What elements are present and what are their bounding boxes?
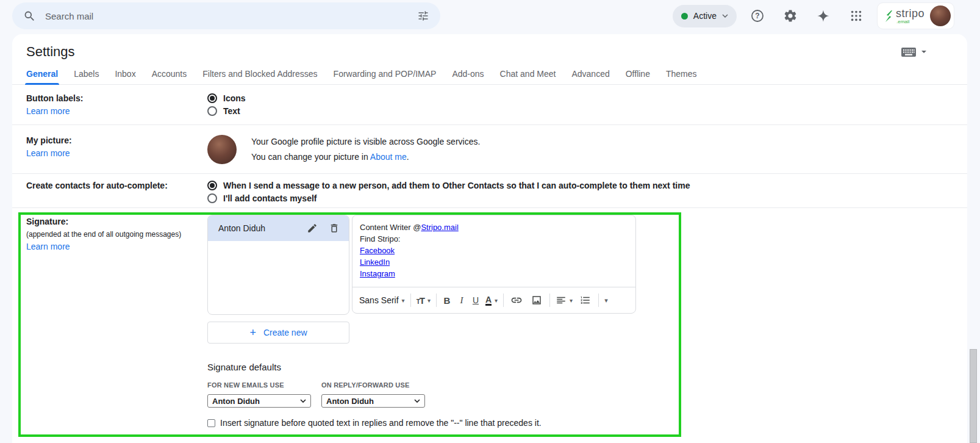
brand-name: stripo: [896, 7, 925, 20]
stripo-mail-link[interactable]: Stripo.mail: [421, 223, 458, 232]
create-new-signature-button[interactable]: + Create new: [207, 322, 349, 344]
apps-grid-icon[interactable]: [844, 4, 868, 28]
signature-label: Signature:: [26, 215, 207, 228]
tab-chat-and-meet[interactable]: Chat and Meet: [500, 69, 556, 84]
more-options-icon[interactable]: ▾: [604, 297, 608, 304]
align-selector[interactable]: ▾: [556, 295, 573, 306]
auto-complete-label: Create contacts for auto-complete:: [26, 179, 207, 192]
auto-add-radio[interactable]: [207, 181, 217, 190]
align-left-icon: [556, 295, 567, 306]
row-signature: Signature: (appended at the end of all o…: [12, 208, 967, 428]
help-icon[interactable]: ?: [745, 4, 770, 28]
brand-suffix: .email: [896, 20, 925, 24]
gemini-sparkle-icon[interactable]: [811, 4, 835, 28]
underline-button[interactable]: U: [471, 295, 480, 305]
facebook-link[interactable]: Facebook: [360, 246, 395, 255]
signature-name: Anton Diduh: [218, 223, 298, 233]
insert-link-icon[interactable]: [509, 293, 524, 308]
option-text: Text: [207, 105, 967, 117]
toolbar-divider: [410, 294, 411, 307]
profile-picture-text: Your Google profile picture is visible a…: [251, 134, 480, 165]
my-picture-learn-more-link[interactable]: Learn more: [26, 147, 70, 159]
tab-offline[interactable]: Offline: [626, 69, 650, 84]
stripo-logo: stripo .email: [885, 8, 925, 24]
toolbar-divider: [436, 294, 437, 307]
auto-add-radio-label: When I send a message to a new person, a…: [223, 181, 690, 190]
toolbar-divider: [598, 294, 599, 307]
input-method-selector[interactable]: [901, 47, 927, 57]
on-reply-label: ON REPLY/FORWARD USE: [321, 381, 435, 389]
linkedin-link[interactable]: LinkedIn: [360, 258, 390, 267]
tab-filters-blocked[interactable]: Filters and Blocked Addresses: [202, 69, 317, 84]
button-labels-label: Button labels:: [26, 92, 207, 104]
font-family-selector[interactable]: Sans Serif ▾: [359, 295, 405, 305]
signature-list: Anton Diduh: [207, 215, 349, 315]
tab-general[interactable]: General: [26, 69, 58, 84]
stripo-account-pill[interactable]: stripo .email: [877, 2, 954, 29]
tab-advanced[interactable]: Advanced: [571, 69, 609, 84]
signature-list-item[interactable]: Anton Diduh: [208, 215, 349, 241]
auto-complete-label-col: Create contacts for auto-complete:: [12, 174, 207, 207]
chevron-down-icon: [722, 14, 728, 18]
italic-button[interactable]: I: [457, 295, 466, 306]
icons-radio[interactable]: [207, 93, 217, 103]
signature-content-col: Anton Diduh Content Wr: [207, 208, 967, 428]
tab-labels[interactable]: Labels: [74, 69, 99, 84]
profile-picture[interactable]: [207, 135, 237, 164]
search-filters-icon[interactable]: [416, 9, 431, 23]
instagram-link[interactable]: Instagram: [360, 269, 395, 278]
toolbar-divider: [549, 294, 550, 307]
search-input[interactable]: [44, 10, 409, 22]
top-bar: Active ? stripo .email: [0, 0, 980, 32]
signature-editor-toolbar: Sans Serif ▾ TT ▾ B I: [352, 287, 635, 313]
chevron-down-icon: ▾: [427, 297, 431, 304]
my-picture-label: My picture:: [26, 134, 207, 146]
tab-inbox[interactable]: Inbox: [115, 69, 135, 84]
new-emails-signature-select[interactable]: Anton Diduh: [207, 394, 311, 408]
tab-themes[interactable]: Themes: [666, 69, 697, 84]
signature-line-1: Content Writer @Stripo.mail: [360, 222, 628, 233]
on-reply-col: ON REPLY/FORWARD USE Anton Diduh: [321, 381, 435, 408]
status-active-dot: [681, 13, 688, 20]
numbered-list-icon[interactable]: [578, 293, 593, 308]
status-selector[interactable]: Active: [673, 5, 737, 27]
font-size-selector[interactable]: TT ▾: [417, 295, 431, 306]
row-auto-complete: Create contacts for auto-complete: When …: [12, 174, 967, 208]
bold-button[interactable]: B: [442, 295, 452, 306]
insert-signature-checkbox[interactable]: [207, 419, 215, 427]
auto-complete-options: When I send a message to a new person, a…: [207, 174, 967, 207]
delete-signature-icon[interactable]: [327, 221, 342, 236]
settings-gear-icon[interactable]: [778, 4, 803, 28]
tab-forwarding-pop-imap[interactable]: Forwarding and POP/IMAP: [334, 69, 437, 84]
signature-learn-more-link[interactable]: Learn more: [26, 240, 70, 253]
profile-picture-line1: Your Google profile picture is visible a…: [251, 134, 480, 149]
reply-forward-signature-select[interactable]: Anton Diduh: [321, 394, 425, 408]
signature-editor: Content Writer @Stripo.mail Find Stripo:…: [352, 215, 636, 314]
search-bar[interactable]: [12, 2, 440, 29]
button-labels-learn-more-link[interactable]: Learn more: [26, 105, 70, 117]
vertical-scrollbar[interactable]: [970, 349, 977, 443]
tab-add-ons[interactable]: Add-ons: [452, 69, 484, 84]
insert-image-icon[interactable]: [529, 293, 544, 308]
text-color-button[interactable]: A ▾: [485, 295, 498, 306]
signature-editor-content[interactable]: Content Writer @Stripo.mail Find Stripo:…: [352, 215, 635, 287]
insert-signature-option: Insert signature before quoted text in r…: [207, 418, 967, 428]
toolbar-divider: [503, 294, 504, 307]
icons-radio-label: Icons: [223, 93, 246, 103]
tab-accounts[interactable]: Accounts: [152, 69, 187, 84]
text-radio-label: Text: [223, 106, 240, 116]
user-avatar[interactable]: [930, 5, 951, 26]
chevron-down-icon: ▾: [495, 297, 498, 304]
text-radio[interactable]: [207, 106, 217, 116]
my-picture-content: Your Google profile picture is visible a…: [207, 125, 967, 173]
settings-card: Settings General Labels Inbox Accounts F…: [12, 34, 967, 443]
signature-label-col: Signature: (appended at the end of all o…: [12, 208, 207, 428]
search-icon[interactable]: [22, 9, 37, 23]
edit-signature-icon[interactable]: [305, 221, 320, 236]
stripo-bolt-icon: [885, 10, 894, 23]
signature-sublabel: (appended at the end of all outgoing mes…: [26, 229, 207, 240]
manual-add-radio[interactable]: [207, 193, 217, 203]
about-me-link[interactable]: About me: [370, 152, 407, 162]
manual-add-radio-label: I'll add contacts myself: [223, 193, 317, 203]
my-picture-label-col: My picture: Learn more: [12, 125, 207, 173]
